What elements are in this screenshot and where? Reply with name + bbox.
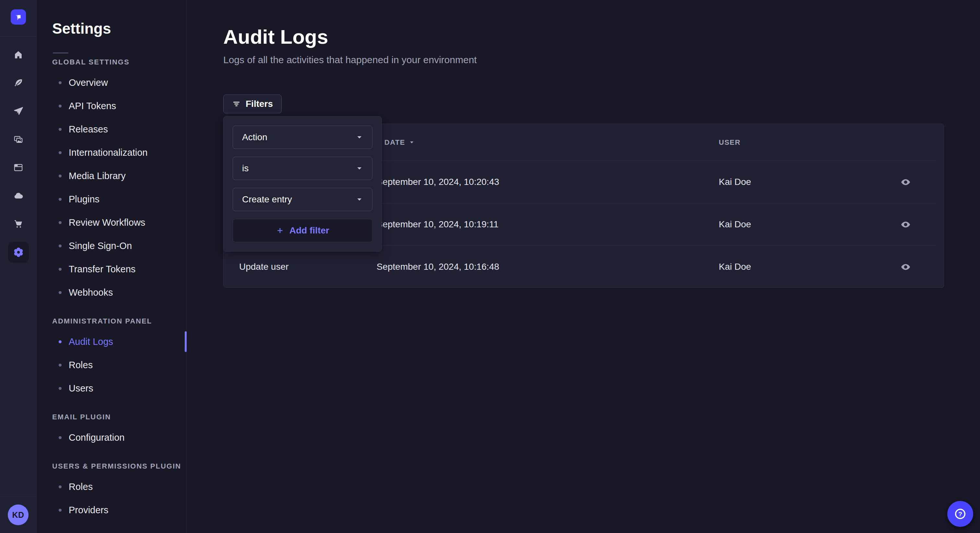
rail-item-deploy[interactable] (0, 182, 37, 210)
sidebar-item-webhooks[interactable]: Webhooks (52, 281, 186, 304)
sidebar-item-label: Users (69, 383, 93, 394)
filter-popover: Action is Create entry Add filter (223, 116, 382, 252)
sidebar-item-label: Overview (69, 78, 108, 88)
view-log-button[interactable] (897, 216, 914, 233)
rail-item-content-manager[interactable] (0, 154, 37, 182)
feather-icon (13, 78, 23, 88)
sidebar-item-users[interactable]: Users (52, 377, 186, 400)
filter-field-select[interactable]: Action (233, 125, 372, 149)
cell-user: Kai Doe (719, 177, 883, 187)
filters-button[interactable]: Filters (223, 95, 282, 113)
rail-item-home[interactable] (0, 41, 37, 69)
sidebar-item-plugins[interactable]: Plugins (52, 187, 186, 211)
rail-item-content[interactable] (0, 69, 37, 97)
sidebar-item-releases[interactable]: Releases (52, 117, 186, 141)
sidebar-item-label: Internationalization (69, 148, 148, 158)
sidebar-item-single-sign-on[interactable]: Single Sign-On (52, 234, 186, 257)
sidebar-item-label: Releases (69, 124, 108, 135)
sidebar-item-media-library[interactable]: Media Library (52, 164, 186, 187)
sidebar-item-roles-up[interactable]: Roles (52, 475, 186, 498)
nav-list-users-permissions-plugin: Roles Providers (52, 475, 186, 522)
sidebar-item-label: Transfer Tokens (69, 264, 135, 274)
sidebar-item-api-tokens[interactable]: API Tokens (52, 94, 186, 117)
section-header-administration-panel: ADMINISTRATION PANEL (52, 317, 186, 325)
add-filter-button[interactable]: Add filter (233, 219, 372, 242)
subnav-title: Settings (52, 20, 186, 37)
eye-icon (900, 177, 911, 187)
sidebar-item-label: Roles (69, 482, 93, 492)
filter-operator-value: is (242, 163, 248, 174)
sidebar-item-label: API Tokens (69, 101, 116, 111)
eye-icon (900, 219, 911, 230)
main-content: Audit Logs Logs of all the activities th… (187, 0, 980, 533)
cloud-icon (13, 191, 23, 201)
section-header-global-settings: GLOBAL SETTINGS (52, 58, 186, 67)
table-row[interactable]: Update user September 10, 2024, 10:16:48… (224, 246, 944, 288)
help-button[interactable]: ? (947, 501, 973, 527)
title-divider (53, 52, 68, 54)
settings-active-highlight (8, 242, 29, 263)
images-icon (13, 134, 23, 144)
nav-list-global-settings: Overview API Tokens Releases Internation… (52, 71, 186, 304)
column-header-date[interactable]: DATE (377, 138, 719, 147)
sidebar-item-internationalization[interactable]: Internationalization (52, 141, 186, 164)
sidebar-item-review-workflows[interactable]: Review Workflows (52, 211, 186, 234)
page-subtitle: Logs of all the activities that happened… (223, 54, 477, 65)
plus-icon (276, 226, 284, 235)
sidebar-item-label: Media Library (69, 171, 126, 181)
eye-icon (900, 262, 911, 272)
filter-field-value: Action (242, 132, 267, 143)
sidebar-item-overview[interactable]: Overview (52, 71, 186, 94)
cell-date: September 10, 2024, 10:19:11 (377, 219, 719, 230)
svg-text:?: ? (958, 511, 962, 517)
sidebar-item-label: Webhooks (69, 287, 113, 298)
sidebar-item-label: Single Sign-On (69, 241, 132, 251)
nav-list-administration-panel: Audit Logs Roles Users (52, 330, 186, 400)
strapi-logo-icon (14, 12, 23, 22)
sidebar-item-label: Review Workflows (69, 217, 145, 228)
filter-icon (232, 100, 241, 108)
cell-user: Kai Doe (719, 262, 883, 272)
rail-item-releases[interactable] (0, 97, 37, 125)
sidebar-item-roles-admin[interactable]: Roles (52, 353, 186, 377)
filter-value-select[interactable]: Create entry (233, 188, 372, 211)
sort-desc-icon (409, 140, 414, 145)
section-header-users-permissions-plugin: USERS & PERMISSIONS PLUGIN (52, 462, 186, 471)
page-title: Audit Logs (223, 25, 328, 48)
add-filter-label: Add filter (290, 225, 329, 236)
filter-value-value: Create entry (242, 194, 292, 205)
sidebar-item-audit-logs[interactable]: Audit Logs (52, 330, 186, 353)
nav-list-email-plugin: Configuration (52, 426, 186, 449)
avatar[interactable]: KD (8, 504, 29, 525)
sidebar-item-transfer-tokens[interactable]: Transfer Tokens (52, 257, 186, 281)
rail-item-marketplace[interactable] (0, 210, 37, 238)
layout-icon (13, 163, 23, 173)
view-log-button[interactable] (897, 174, 914, 190)
rail-item-settings[interactable] (0, 238, 37, 266)
view-log-button[interactable] (897, 259, 914, 275)
sidebar-item-configuration[interactable]: Configuration (52, 426, 186, 449)
help-icon: ? (954, 508, 966, 520)
strapi-logo[interactable] (11, 10, 26, 25)
sidebar-item-label: Configuration (69, 432, 125, 443)
cell-action: Update user (239, 262, 377, 272)
icon-rail: KD (0, 0, 37, 533)
settings-subnav: Settings GLOBAL SETTINGS Overview API To… (37, 0, 187, 533)
home-icon (13, 50, 23, 60)
cart-icon (13, 219, 23, 229)
rail-divider (0, 497, 37, 497)
gear-icon (13, 247, 24, 258)
section-header-email-plugin: EMAIL PLUGIN (52, 413, 186, 421)
filters-button-label: Filters (246, 99, 273, 109)
rail-divider (0, 36, 37, 36)
filter-operator-select[interactable]: is (233, 157, 372, 180)
paper-plane-icon (13, 106, 23, 116)
rail-item-media[interactable] (0, 125, 37, 154)
chevron-down-icon (356, 196, 363, 203)
chevron-down-icon (356, 134, 363, 141)
cell-date: September 10, 2024, 10:16:48 (377, 262, 719, 272)
column-header-date-label: DATE (384, 138, 405, 147)
chevron-down-icon (356, 165, 363, 172)
sidebar-item-label: Audit Logs (69, 336, 113, 347)
sidebar-item-providers[interactable]: Providers (52, 498, 186, 522)
